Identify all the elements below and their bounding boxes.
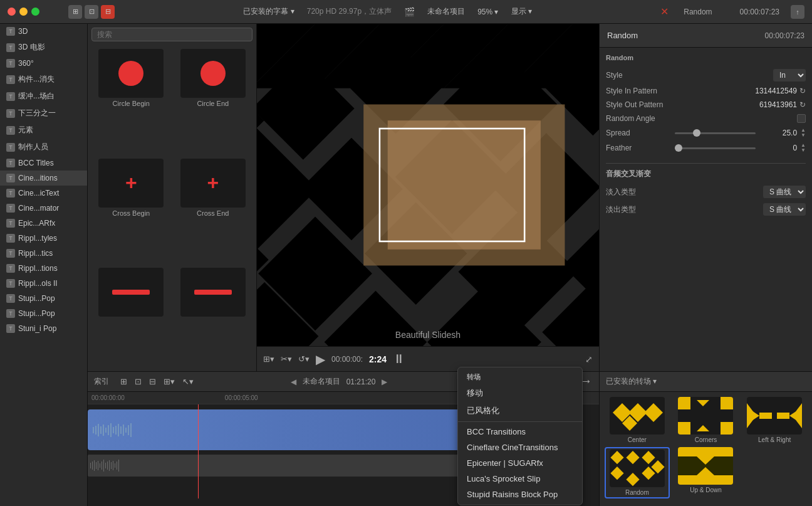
dropdown-item-luca[interactable]: Luca's Sprocket Slip (458, 471, 582, 487)
sidebar-icon-3d-movie: T (6, 43, 15, 52)
spread-value: 25.0 (759, 129, 797, 137)
maximize-button[interactable] (31, 8, 39, 16)
style-out-pattern-number: 619413961 (759, 100, 797, 109)
dropdown-item-move[interactable]: 移动 (458, 384, 582, 402)
dropdown-item-stylized[interactable]: 已风格化 (458, 402, 582, 419)
browser-item-cross-end[interactable]: + Cross End (174, 159, 253, 266)
timeline-btn-3[interactable]: ⊟ (147, 376, 159, 387)
ruler-mid: 00:00:05:00 (225, 394, 258, 401)
app-icon-3[interactable]: ⊟ (101, 5, 115, 19)
fade-in-dropdown[interactable]: S 曲线 线性 (763, 186, 806, 198)
style-in-pattern-number: 1314412549 (755, 87, 797, 95)
transition-item-random[interactable]: Random (605, 447, 670, 498)
browser-item-circle-begin[interactable]: Circle Begin (91, 49, 171, 156)
sidebar-icon-rippl-tics: T (6, 249, 15, 258)
style-dropdown[interactable]: In Out (773, 69, 806, 82)
dropdown-item-epicenter[interactable]: Epicenter | SUGARfx (458, 455, 582, 471)
timeline-main-clip[interactable] (88, 409, 514, 450)
installed-transitions-button[interactable]: 已安装的转场 ▾ (606, 376, 657, 387)
sidebar-item-buffer[interactable]: T 缓冲...场白 (0, 88, 87, 105)
style-out-pattern-refresh[interactable]: ↻ (799, 100, 806, 109)
sidebar-item-stupi-pop-2[interactable]: T Stupi...Pop (0, 306, 87, 321)
subtitle-dropdown[interactable]: 已安装的字幕 ▾ (243, 6, 294, 17)
sidebar-icon-lower-third: T (6, 109, 15, 118)
svg-rect-47 (94, 460, 95, 471)
timeline-audio-track[interactable] (88, 455, 514, 477)
titlebar: ⊞ ⊡ ⊟ 已安装的字幕 ▾ 720p HD 29.97p，立体声 🎬 未命名项… (0, 0, 812, 24)
sidebar-item-cine-itions[interactable]: T Cine...itions (0, 171, 87, 186)
browser-item-line-1[interactable] (91, 268, 171, 367)
timeline-btn-4[interactable]: ⊞▾ (161, 376, 177, 387)
display-button[interactable]: 显示 ▾ (511, 6, 532, 17)
inspector-label-random-angle: Random Angle (606, 114, 793, 123)
sidebar-item-build[interactable]: T 构件...消失 (0, 71, 87, 88)
feather-stepper[interactable]: ▲ ▼ (801, 143, 806, 153)
dropdown-item-bcc[interactable]: BCC Transitions (458, 424, 582, 440)
dropdown-item-cineflare[interactable]: Cineflare CineTransitions (458, 440, 582, 455)
fullscreen-button[interactable]: ⤢ (585, 354, 593, 364)
sidebar-item-lower-third[interactable]: T 下三分之一 (0, 105, 87, 122)
sidebar-item-3d-movie[interactable]: T 3D 电影 (0, 39, 87, 56)
transition-item-lr[interactable]: Left & Right (742, 397, 807, 443)
transition-label-corners: Corners (695, 436, 717, 443)
play-button[interactable]: ▶ (316, 352, 325, 367)
sidebar-item-credits[interactable]: T 制作人员 (0, 139, 87, 155)
sidebar-icon-cine-itions: T (6, 174, 15, 182)
share-icon[interactable]: ↑ (791, 5, 804, 19)
zoom-level[interactable]: 95% ▾ (477, 8, 498, 16)
transition-item-center[interactable]: Center (605, 397, 670, 443)
svg-rect-57 (113, 461, 113, 470)
sidebar-item-epic-arfx[interactable]: T Epic...ARfx (0, 216, 87, 231)
spread-slider[interactable] (675, 132, 756, 134)
transition-item-ud[interactable]: Up & Down (674, 447, 739, 498)
svg-rect-46 (92, 461, 93, 470)
transition-thumb-lr (747, 397, 802, 435)
pause-button[interactable]: ⏸ (393, 352, 405, 366)
sidebar-icon-epic-arfx: T (6, 219, 15, 228)
trim-icon[interactable]: ✂▾ (281, 354, 292, 364)
timeline-btn-2[interactable]: ⊡ (132, 376, 144, 387)
fade-out-dropdown[interactable]: S 曲线 线性 (763, 203, 806, 216)
sidebar-item-rippl-tics[interactable]: T Rippl...tics (0, 246, 87, 261)
sidebar-item-stuni-pop[interactable]: T Stuni_i Pop (0, 321, 87, 336)
timeline-btn-1[interactable]: ⊞ (118, 376, 130, 387)
sidebar-item-stupi-pop-1[interactable]: T Stupi...Pop (0, 291, 87, 306)
spread-stepper[interactable]: ▲ ▼ (801, 128, 806, 138)
dropdown-separator-1 (458, 421, 582, 422)
transition-thumb-center (610, 397, 665, 435)
svg-rect-59 (117, 461, 117, 470)
sidebar-item-bcc-titles[interactable]: T BCC Titles (0, 155, 87, 171)
dropdown-item-stupid[interactable]: Stupid Raisins Block Pop (458, 487, 582, 502)
inspector-section-random: Random (606, 54, 806, 61)
inspector-title-bar: Random (684, 8, 712, 16)
browser-item-cross-begin[interactable]: + Cross Begin (91, 159, 171, 266)
sidebar-icon-3d: T (6, 27, 15, 36)
timeline-prev-btn[interactable]: ◀ (291, 377, 296, 386)
sidebar-item-rippl-tions[interactable]: T Rippl...tions (0, 261, 87, 276)
transform-icon[interactable]: ↺▾ (298, 354, 310, 364)
view-options-icon[interactable]: ⊞▾ (263, 354, 274, 364)
app-icon-1[interactable]: ⊞ (68, 5, 82, 19)
sidebar-item-cine-mator[interactable]: T Cine...mator (0, 201, 87, 216)
close-button[interactable] (8, 8, 16, 16)
svg-rect-30 (95, 426, 96, 435)
minimize-button[interactable] (19, 8, 28, 16)
sidebar-item-rippl-ols-ii[interactable]: T Rippl...ols II (0, 276, 87, 291)
app-icon-2[interactable]: ⊡ (85, 5, 98, 19)
sidebar-item-cine-ictext[interactable]: T Cine...icText (0, 186, 87, 201)
browser-item-circle-end[interactable]: Circle End (174, 49, 253, 156)
random-angle-checkbox[interactable] (797, 114, 806, 123)
timeline-next-btn[interactable]: ▶ (382, 377, 387, 386)
feather-slider[interactable] (675, 147, 756, 149)
inspector-label-fade-out: 淡出类型 (606, 204, 759, 215)
sidebar-item-rippl-tyles[interactable]: T Rippl...tyles (0, 231, 87, 246)
browser-item-line-2[interactable] (174, 268, 253, 367)
svg-rect-37 (113, 427, 114, 433)
browser-search-input[interactable] (91, 28, 252, 41)
transition-item-corners[interactable]: Corners (674, 397, 739, 443)
style-in-pattern-refresh[interactable]: ↻ (799, 87, 806, 95)
sidebar-item-3d[interactable]: T 3D (0, 24, 87, 39)
sidebar-item-360[interactable]: T 360° (0, 56, 87, 71)
timeline-cursor-btn[interactable]: ↖▾ (180, 376, 196, 387)
sidebar-item-elements[interactable]: T 元素 (0, 122, 87, 139)
